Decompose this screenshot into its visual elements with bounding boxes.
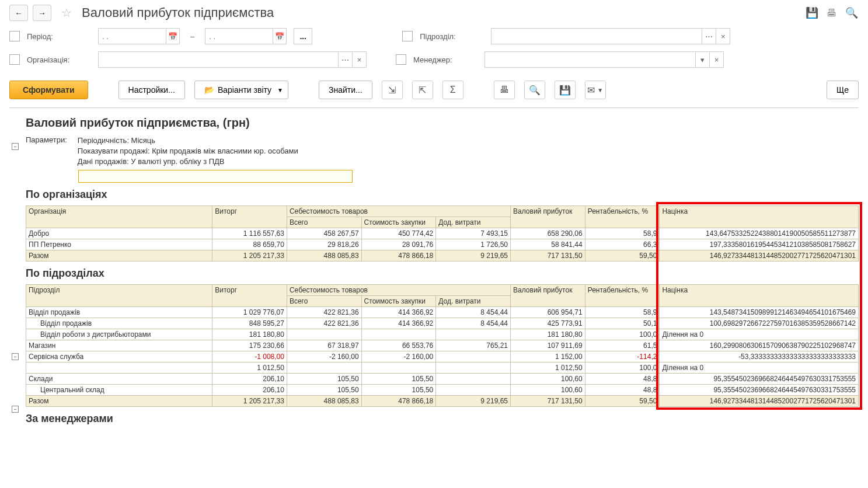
cell-markup: 160,29908063061570906387902251029687​47: [660, 340, 859, 351]
cell-revenue: 1 116 557,63: [212, 228, 287, 239]
clear-icon[interactable]: ×: [709, 52, 723, 67]
report-area: − − − Валовий прибуток підприємства, (гр…: [9, 107, 859, 425]
organization-select[interactable]: ⋯ ×: [98, 51, 367, 68]
calendar-icon[interactable]: 📅: [166, 29, 179, 44]
preview-button[interactable]: 🔍: [524, 81, 545, 99]
table-row[interactable]: 1 012,50 1 012,50 100,0 Ділення на 0: [26, 362, 859, 373]
tree-toggle[interactable]: −: [12, 143, 19, 150]
cell-profit: 181 180,80: [511, 329, 585, 340]
date-from-field[interactable]: [99, 32, 166, 41]
cell-add-exp: 8 454,44: [436, 318, 511, 329]
tree-toggle[interactable]: −: [12, 353, 19, 360]
params-caption: Параметри:: [26, 135, 67, 168]
table-row[interactable]: Добро 1 116 557,63 458 267,57 450 774,42…: [26, 228, 859, 239]
cell-cost-total: [287, 329, 361, 340]
period-checkbox[interactable]: [9, 31, 20, 41]
cell-markup: 146,92733448131448520027717256204713​01: [660, 395, 859, 406]
section-by-org-title: По організаціях: [26, 189, 859, 201]
manager-select[interactable]: ▾ ×: [484, 51, 724, 68]
date-to-input[interactable]: 📅: [205, 28, 287, 44]
cell-markup: 95,3554502369668246445497630331753555: [660, 384, 859, 395]
period-select-button[interactable]: ...: [294, 28, 312, 44]
sigma-icon: Σ: [450, 85, 456, 95]
col-markup: Націнка: [660, 205, 859, 228]
cell-markup: 143,64753325224388014190050585511273877: [660, 228, 859, 239]
cell-rent: 66,3: [585, 239, 660, 250]
date-to-field[interactable]: [205, 32, 273, 41]
cell-cost-purchase: 28 091,76: [361, 239, 436, 250]
col-organization: Організація: [26, 205, 212, 228]
find-button[interactable]: Знайти...: [319, 81, 372, 99]
back-button[interactable]: ←: [9, 5, 28, 21]
section-by-div-title: По підрозділах: [26, 267, 859, 280]
cell-rent: 48,8: [585, 373, 660, 384]
division-checkbox[interactable]: [402, 31, 413, 41]
cell-cost-purchase: 414 366,92: [361, 306, 436, 318]
settings-button[interactable]: Настройки...: [118, 81, 185, 99]
calendar-icon[interactable]: 📅: [273, 29, 286, 44]
param-line: Дані продажів: У валюті упр. обліку з ПД…: [78, 156, 298, 167]
table-row[interactable]: Відділ роботи з дистрибьюторами 181 180,…: [26, 329, 859, 340]
cell-revenue: 1 029 776,07: [212, 306, 287, 318]
cell-rent: 59,50: [585, 395, 660, 406]
save-report-button[interactable]: 💾: [555, 81, 576, 99]
favorite-star-icon[interactable]: ☆: [60, 6, 74, 20]
manager-field[interactable]: [485, 55, 695, 64]
cell-markup: 100,69829726672275970163853595286671​42: [660, 318, 859, 329]
cell-markup: 143,54873415098991214634946541016754​69: [660, 306, 859, 318]
division-select[interactable]: ⋯ ×: [491, 28, 730, 44]
print-icon[interactable]: 🖶: [825, 6, 839, 20]
table-row[interactable]: Відділ продажів 1 029 776,07 422 821,36 …: [26, 306, 859, 318]
cell-revenue: 206,10: [212, 384, 287, 395]
print-button[interactable]: 🖶: [494, 81, 515, 99]
table-row[interactable]: Магазин 175 230,66 67 318,97 66 553,76 7…: [26, 340, 859, 351]
collapse-all-button[interactable]: ⇱: [412, 81, 433, 99]
save-icon[interactable]: 💾: [805, 6, 819, 20]
cell-rent: -114,2: [585, 351, 660, 362]
cell-add-exp: [436, 329, 511, 340]
cell-add-exp: 9 219,65: [436, 250, 511, 261]
header-row: Організація Виторг Себестоимость товаров…: [26, 205, 859, 217]
folder-icon: 📂: [204, 85, 214, 95]
cell-cost-total: 458 267,57: [287, 228, 361, 239]
cell-revenue: 88 659,70: [212, 239, 287, 250]
date-from-input[interactable]: 📅: [98, 28, 180, 44]
division-field[interactable]: [491, 32, 702, 41]
cell-profit: 425 773,91: [511, 318, 585, 329]
param-line: Періодичність: Місяць: [78, 135, 298, 146]
report-variants-button[interactable]: 📂 Варіанти звіту ▼: [194, 81, 288, 99]
dots-icon[interactable]: ⋯: [338, 52, 352, 67]
table-row[interactable]: Разом 1 205 217,33 488 085,83 478 866,18…: [26, 395, 859, 406]
cell-cost-purchase: 478 866,18: [361, 395, 436, 406]
clear-icon[interactable]: ×: [352, 52, 366, 67]
clear-icon[interactable]: ×: [716, 29, 730, 44]
table-row[interactable]: Склади 206,10 105,50 105,50 100,60 48,8 …: [26, 373, 859, 384]
manager-checkbox[interactable]: [396, 54, 406, 65]
generate-button[interactable]: Сформувати: [9, 81, 88, 99]
table-row[interactable]: Центральний склад 206,10 105,50 105,50 1…: [26, 384, 859, 395]
table-row[interactable]: ПП Петренко 88 659,70 29 818,26 28 091,7…: [26, 239, 859, 250]
manager-label: Менеджер:: [413, 55, 477, 64]
forward-button[interactable]: →: [33, 5, 51, 21]
email-button[interactable]: ✉ ▼: [585, 81, 606, 99]
table-row[interactable]: Сервісна служба -1 008,00 -2 160,00 -2 1…: [26, 351, 859, 362]
cell-markup: Ділення на 0: [660, 362, 859, 373]
table-row[interactable]: Відділ продажів 848 595,27 422 821,36 41…: [26, 318, 859, 329]
col-cost-total: Всего: [287, 295, 361, 306]
dots-icon[interactable]: ⋯: [702, 29, 716, 44]
filter-area: Період: 📅 – 📅 ... Підрозділ: ⋯ × Організ…: [0, 26, 868, 77]
organization-checkbox[interactable]: [9, 54, 20, 65]
expand-all-button[interactable]: ⇲: [382, 81, 403, 99]
organization-field[interactable]: [99, 55, 338, 64]
more-button[interactable]: Ще: [827, 81, 859, 99]
cell-cost-total: 422 821,36: [287, 306, 361, 318]
sum-button[interactable]: Σ: [442, 81, 463, 99]
col-division: Підрозділ: [26, 284, 212, 306]
table-row[interactable]: Разом 1 205 217,33 488 085,83 478 866,18…: [26, 250, 859, 261]
cell-profit: 717 131,50: [511, 395, 585, 406]
chevron-down-icon[interactable]: ▾: [695, 52, 709, 67]
tree-toggle[interactable]: −: [12, 406, 19, 413]
by-div-table: Підрозділ Виторг Себестоимость товаров В…: [26, 284, 859, 407]
search-file-icon[interactable]: 🔍: [845, 6, 859, 20]
cell-rent: 48,8: [585, 384, 660, 395]
